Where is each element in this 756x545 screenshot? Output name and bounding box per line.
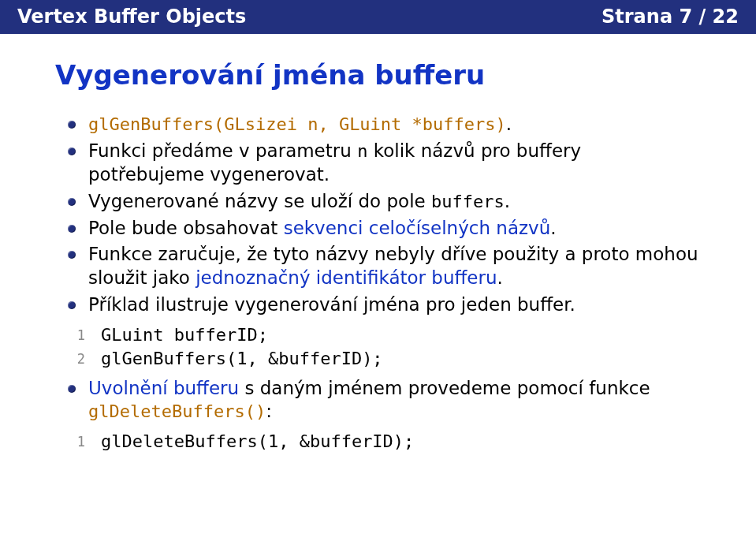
text: . bbox=[497, 267, 503, 288]
text: Funkci předáme v parametru bbox=[88, 140, 357, 161]
code-inline: glGenBuffers(GLsizei n, GLuint *buffers) bbox=[88, 114, 506, 134]
text: : bbox=[266, 401, 272, 421]
line-number: 1 bbox=[68, 327, 85, 345]
highlight-text: jednoznačný identifikátor bufferu bbox=[196, 267, 497, 288]
list-item: Pole bude obsahovat sekvenci celočíselný… bbox=[88, 217, 701, 241]
list-item: Funkci předáme v parametru n kolik názvů… bbox=[88, 140, 701, 187]
code-line: 2glGenBuffers(1, &bufferID); bbox=[68, 347, 701, 371]
text: Pole bude obsahovat bbox=[88, 218, 284, 238]
slide-title: Vygenerování jména bufferu bbox=[55, 59, 701, 91]
highlight-text: Uvolnění bufferu bbox=[88, 378, 239, 398]
text: . bbox=[550, 218, 556, 238]
line-number: 2 bbox=[68, 350, 85, 368]
text: . bbox=[506, 114, 512, 134]
code-text: glGenBuffers(1, &bufferID); bbox=[101, 349, 383, 368]
code-text: GLuint bufferID; bbox=[101, 325, 268, 345]
code-line: 1GLuint bufferID; bbox=[68, 323, 701, 347]
line-number: 1 bbox=[68, 433, 85, 451]
bullet-list: glGenBuffers(GLsizei n, GLuint *buffers)… bbox=[55, 113, 701, 317]
code-inline: buffers bbox=[431, 192, 505, 211]
slide-content: Vygenerování jména bufferu glGenBuffers(… bbox=[0, 34, 756, 454]
code-block: 1GLuint bufferID; 2glGenBuffers(1, &buff… bbox=[55, 323, 701, 370]
list-item: glGenBuffers(GLsizei n, GLuint *buffers)… bbox=[88, 113, 701, 136]
highlight-text: sekvenci celočíselných názvů bbox=[284, 218, 551, 238]
text: . bbox=[505, 191, 510, 211]
code-inline: glDeleteBuffers() bbox=[88, 401, 266, 421]
text: Příklad ilustruje vygenerování jména pro… bbox=[88, 294, 575, 315]
header-title: Vertex Buffer Objects bbox=[17, 6, 246, 28]
code-text: glDeleteBuffers(1, &bufferID); bbox=[101, 431, 414, 451]
bullet-list: Uvolnění bufferu s daným jménem provedem… bbox=[55, 377, 701, 424]
slide-header: Vertex Buffer Objects Strana 7 / 22 bbox=[0, 0, 756, 34]
code-inline: n bbox=[357, 141, 367, 161]
list-item: Příklad ilustruje vygenerování jména pro… bbox=[88, 293, 701, 317]
code-block: 1glDeleteBuffers(1, &bufferID); bbox=[55, 430, 701, 454]
header-page: Strana 7 / 22 bbox=[601, 6, 739, 28]
text: Vygenerované názvy se uloží do pole bbox=[88, 191, 431, 211]
list-item: Funkce zaručuje, že tyto názvy nebyly dř… bbox=[88, 243, 701, 290]
text: s daným jménem provedeme pomocí funkce bbox=[239, 378, 650, 398]
list-item: Vygenerované názvy se uloží do pole buff… bbox=[88, 190, 701, 214]
list-item: Uvolnění bufferu s daným jménem provedem… bbox=[88, 377, 701, 424]
code-line: 1glDeleteBuffers(1, &bufferID); bbox=[68, 430, 701, 454]
